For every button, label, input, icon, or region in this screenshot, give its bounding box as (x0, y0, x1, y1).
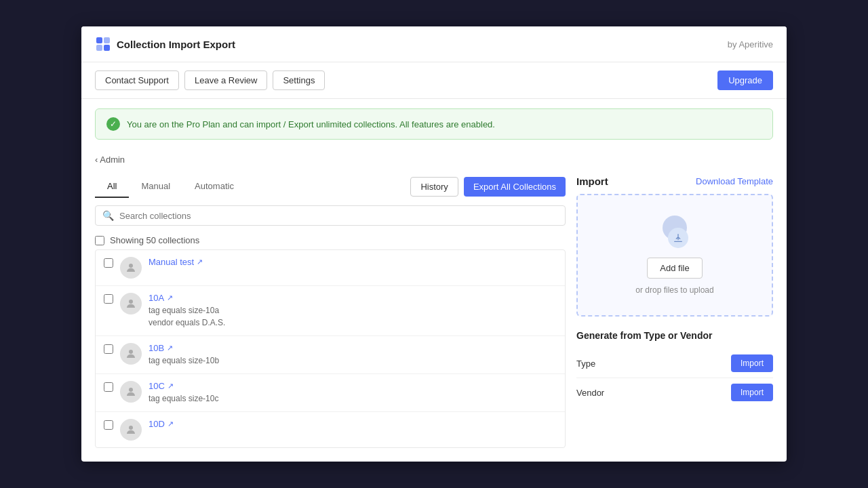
content-area: All Manual Automatic History Export All … (81, 167, 787, 462)
svg-point-4 (129, 264, 133, 268)
avatar (120, 257, 142, 279)
external-link-icon: ↗ (197, 258, 203, 266)
toolbar-left: Contact Support Leave a Review Settings (95, 70, 325, 90)
generate-section: Generate from Type or Vendor Type Import… (576, 330, 773, 407)
list-item: 10D ↗ (96, 412, 565, 447)
avatar (120, 381, 142, 403)
generate-vendor-row: Vendor Import (576, 378, 773, 407)
external-link-icon: ↗ (167, 293, 173, 302)
external-link-icon: ↗ (167, 344, 173, 352)
tabs-row: All Manual Automatic History Export All … (95, 176, 566, 197)
svg-point-7 (129, 388, 133, 392)
search-input[interactable] (119, 211, 558, 221)
item-info: 10A ↗ tag equals size-10a vendor equals … (149, 293, 557, 329)
list-item: 10B ↗ tag equals size-10b (96, 336, 565, 374)
type-label: Type (576, 359, 595, 369)
import-title: Import (576, 176, 608, 187)
item-info: 10D ↗ (149, 419, 557, 429)
item-info: 10C ↗ tag equals size-10c (149, 381, 557, 405)
alert-icon: ✓ (106, 117, 120, 131)
breadcrumb: ‹ Admin (81, 149, 787, 167)
vendor-import-button[interactable]: Import (731, 384, 773, 401)
generate-type-row: Type Import (576, 349, 773, 378)
svg-point-6 (129, 350, 133, 354)
app-by: by Aperitive (728, 39, 773, 49)
external-link-icon: ↗ (167, 382, 174, 390)
svg-point-5 (129, 300, 133, 304)
svg-rect-0 (96, 37, 102, 43)
upgrade-button[interactable]: Upgrade (717, 70, 773, 90)
drop-zone[interactable]: Add file or drop files to upload (576, 194, 773, 317)
import-header: Import Download Template (576, 176, 773, 187)
app-logo (95, 36, 111, 52)
avatar (120, 419, 142, 441)
item-name[interactable]: 10A ↗ (149, 293, 557, 303)
alert-banner: ✓ You are on the Pro Plan and can import… (95, 108, 773, 140)
item-tags: tag equals size-10c (149, 392, 557, 405)
item-checkbox[interactable] (104, 294, 113, 304)
collection-list: Manual test ↗ (95, 249, 566, 448)
app-window: Collection Import Export by Aperitive Co… (81, 26, 787, 462)
settings-button[interactable]: Settings (273, 70, 325, 90)
header-left: Collection Import Export (95, 36, 235, 52)
export-all-button[interactable]: Export All Collections (464, 177, 566, 197)
left-panel: All Manual Automatic History Export All … (95, 176, 566, 448)
history-button[interactable]: History (410, 177, 458, 197)
tab-all[interactable]: All (95, 176, 129, 198)
item-name[interactable]: Manual test ↗ (149, 257, 557, 267)
app-title: Collection Import Export (117, 39, 235, 50)
item-name[interactable]: 10C ↗ (149, 381, 557, 391)
breadcrumb-admin-link[interactable]: Admin (100, 155, 125, 165)
svg-rect-2 (96, 45, 102, 51)
drop-zone-icon (658, 216, 691, 248)
item-checkbox[interactable] (104, 258, 113, 268)
add-file-button[interactable]: Add file (647, 258, 702, 279)
collections-count: Showing 50 collections (110, 235, 199, 245)
item-checkbox[interactable] (104, 382, 113, 392)
item-name[interactable]: 10B ↗ (149, 343, 557, 353)
svg-rect-3 (104, 45, 110, 51)
item-tags: tag equals size-10a vendor equals D.A.S. (149, 304, 557, 329)
vendor-label: Vendor (576, 388, 604, 398)
generate-title: Generate from Type or Vendor (576, 330, 773, 341)
drop-text: or drop files to upload (635, 285, 713, 295)
list-item: Manual test ↗ (96, 250, 565, 286)
svg-rect-1 (104, 37, 110, 43)
external-link-icon: ↗ (167, 420, 174, 428)
tab-automatic[interactable]: Automatic (182, 176, 246, 198)
tabs: All Manual Automatic (95, 176, 246, 197)
avatar (120, 293, 142, 314)
toolbar: Contact Support Leave a Review Settings … (81, 62, 787, 99)
list-item: 10A ↗ tag equals size-10a vendor equals … (96, 286, 565, 336)
avatar (120, 343, 142, 365)
tab-actions: History Export All Collections (410, 177, 566, 197)
leave-review-button[interactable]: Leave a Review (184, 70, 268, 90)
select-all-checkbox[interactable] (95, 236, 104, 245)
item-info: Manual test ↗ (149, 257, 557, 267)
search-icon: 🔍 (102, 210, 114, 221)
contact-support-button[interactable]: Contact Support (95, 70, 179, 90)
right-panel: Import Download Template Add file (576, 176, 773, 448)
search-box: 🔍 (95, 205, 566, 226)
download-template-link[interactable]: Download Template (696, 176, 773, 186)
header: Collection Import Export by Aperitive (81, 26, 787, 62)
item-tags: tag equals size-10b (149, 354, 557, 367)
item-checkbox[interactable] (104, 420, 113, 430)
list-item: 10C ↗ tag equals size-10c (96, 374, 565, 412)
tab-manual[interactable]: Manual (129, 176, 182, 198)
item-name[interactable]: 10D ↗ (149, 419, 557, 429)
item-info: 10B ↗ tag equals size-10b (149, 343, 557, 367)
type-import-button[interactable]: Import (731, 354, 773, 372)
showing-count: Showing 50 collections (95, 232, 566, 249)
import-section: Import Download Template Add file (576, 176, 773, 317)
item-checkbox[interactable] (104, 344, 113, 354)
svg-point-8 (129, 426, 133, 430)
alert-message: You are on the Pro Plan and can import /… (127, 119, 495, 129)
